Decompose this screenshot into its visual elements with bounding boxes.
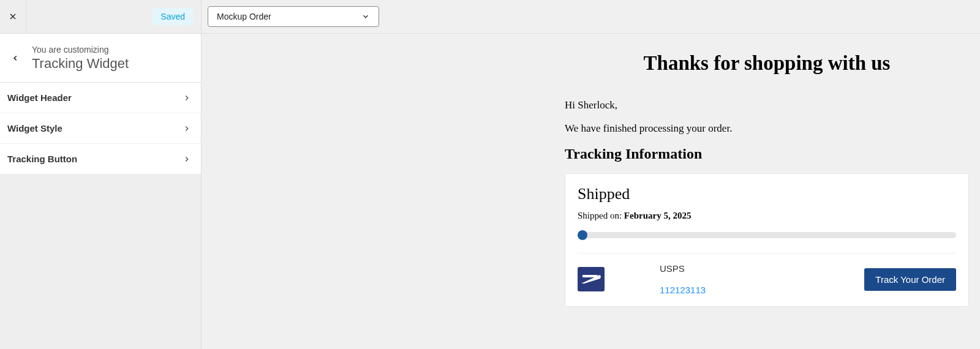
header-text: You are customizing Tracking Widget: [32, 45, 129, 72]
customizing-label: You are customizing: [32, 45, 129, 54]
tracking-heading: Tracking Information: [565, 146, 969, 162]
close-icon: [8, 12, 18, 21]
order-dropdown[interactable]: Mockup Order: [208, 6, 379, 27]
usps-eagle-icon: [579, 270, 603, 288]
customizer-sidebar: Saved You are customizing Tracking Widge…: [0, 0, 202, 349]
option-tracking-button[interactable]: Tracking Button: [0, 144, 201, 174]
carrier-left: USPS 112123113: [578, 263, 706, 295]
chevron-right-icon: [183, 94, 191, 102]
chevron-right-icon: [183, 124, 191, 133]
email-headline: Thanks for shopping with us: [565, 52, 969, 75]
option-widget-style[interactable]: Widget Style: [0, 113, 201, 144]
chevron-right-icon: [183, 155, 191, 163]
email-preview: Thanks for shopping with us Hi Sherlock,…: [202, 34, 980, 349]
shipment-status: Shipped: [578, 185, 956, 203]
carrier-name: USPS: [660, 263, 706, 274]
carrier-logo-usps: [578, 267, 605, 291]
saved-status-pill: Saved: [152, 8, 194, 25]
shipped-date: February 5, 2025: [624, 211, 692, 220]
shipped-on-label: Shipped on:: [578, 211, 624, 220]
carrier-info: USPS 112123113: [660, 263, 706, 295]
tracking-number-link[interactable]: 112123113: [660, 285, 706, 295]
main-area: Mockup Order Thanks for shopping with us…: [202, 0, 980, 349]
email-intro: We have finished processing your order.: [565, 122, 969, 135]
track-order-button[interactable]: Track Your Order: [864, 268, 956, 291]
save-status-wrap: Saved: [26, 8, 201, 25]
tracking-widget: Shipped Shipped on: February 5, 2025: [565, 173, 969, 307]
close-button[interactable]: [0, 0, 26, 34]
option-label: Widget Header: [7, 92, 72, 103]
chevron-left-icon: [11, 54, 20, 62]
carrier-row: USPS 112123113 Track Your Order: [578, 253, 956, 295]
sidebar-topbar: Saved: [0, 0, 201, 34]
option-widget-header[interactable]: Widget Header: [0, 83, 201, 113]
preview-topbar: Mockup Order: [202, 0, 980, 34]
progress-bar: [578, 232, 956, 238]
email-greeting: Hi Sherlock,: [565, 99, 969, 111]
shipped-on-line: Shipped on: February 5, 2025: [578, 211, 956, 221]
option-label: Widget Style: [7, 123, 62, 133]
progress-indicator: [578, 230, 587, 240]
back-button[interactable]: [6, 54, 24, 62]
chevron-down-icon: [361, 12, 370, 21]
dropdown-value: Mockup Order: [217, 12, 271, 21]
section-title: Tracking Widget: [32, 56, 129, 72]
section-header: You are customizing Tracking Widget: [0, 34, 201, 83]
option-label: Tracking Button: [7, 154, 77, 164]
email-content: Thanks for shopping with us Hi Sherlock,…: [565, 52, 969, 349]
